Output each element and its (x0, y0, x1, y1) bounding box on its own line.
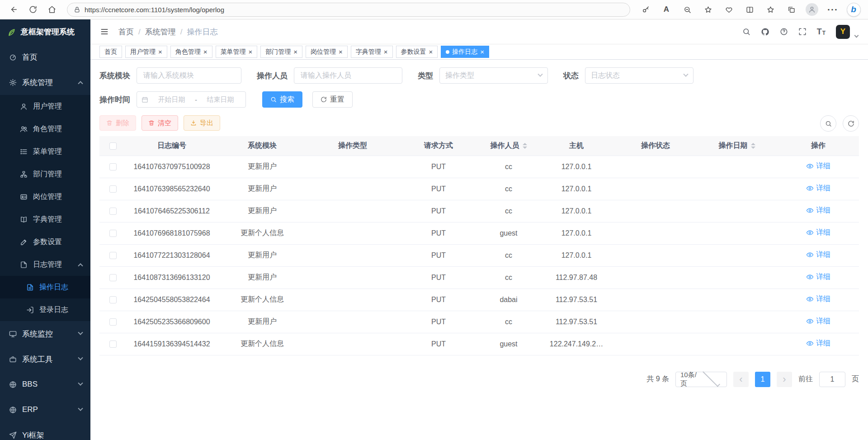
profile-button[interactable] (803, 2, 821, 17)
row-checkbox[interactable] (109, 185, 117, 193)
sort-carets-icon[interactable] (751, 143, 755, 149)
detail-link[interactable]: 详细 (806, 228, 830, 237)
fullscreen-button[interactable] (798, 28, 807, 36)
row-checkbox[interactable] (109, 318, 117, 326)
github-button[interactable] (761, 28, 769, 36)
sidebar-item-menu-mgmt[interactable]: 菜单管理 (0, 140, 90, 163)
row-checkbox[interactable] (109, 230, 117, 237)
detail-link[interactable]: 详细 (806, 184, 830, 193)
export-button[interactable]: 导出 (184, 115, 220, 131)
browser-essentials-button[interactable] (720, 2, 738, 17)
reset-button[interactable]: 重置 (312, 91, 353, 108)
help-button[interactable] (780, 28, 788, 36)
refresh-table-button[interactable] (843, 115, 859, 132)
tab-user-mgmt[interactable]: 用户管理 (125, 46, 167, 58)
collections-button[interactable] (782, 2, 800, 17)
font-size-button[interactable]: TT (817, 28, 826, 36)
page-number-1[interactable]: 1 (755, 372, 770, 387)
close-icon[interactable] (249, 48, 253, 56)
split-screen-button[interactable] (741, 2, 759, 17)
tab-menu-mgmt[interactable]: 菜单管理 (216, 46, 258, 58)
sidebar-item-system-tools[interactable]: 系统工具 (0, 346, 90, 372)
detail-link[interactable]: 详细 (806, 250, 830, 260)
read-aloud-button[interactable] (657, 2, 675, 17)
row-checkbox[interactable] (109, 296, 117, 303)
sidebar-item-log-mgmt[interactable]: 日志管理 (0, 253, 90, 276)
end-date-placeholder[interactable]: 结束日期 (200, 95, 241, 104)
module-input[interactable] (137, 67, 241, 84)
sidebar-item-dict-mgmt[interactable]: 字典管理 (0, 208, 90, 231)
toggle-search-button[interactable] (820, 115, 836, 132)
close-icon[interactable] (384, 48, 388, 56)
status-select[interactable]: 日志状态 (585, 67, 693, 84)
header-search-button[interactable] (742, 28, 750, 36)
col-date[interactable]: 操作日期 (696, 136, 778, 156)
row-checkbox[interactable] (109, 274, 117, 281)
app-logo[interactable]: 意框架管理系统 (0, 19, 90, 44)
goto-page-input[interactable] (819, 372, 845, 387)
address-bar[interactable]: https://ccnetcore.com:1101/system/log/op… (67, 3, 630, 17)
row-checkbox[interactable] (109, 341, 117, 348)
page-size-select[interactable]: 10条/页 (675, 372, 727, 387)
tab-home[interactable]: 首页 (99, 46, 122, 58)
user-avatar[interactable] (836, 25, 850, 39)
favorites-bar-button[interactable] (761, 2, 779, 17)
collapse-sidebar-button[interactable] (98, 25, 111, 38)
more-options-button[interactable] (824, 2, 842, 17)
delete-button[interactable]: 删除 (99, 115, 136, 131)
start-date-placeholder[interactable]: 开始日期 (151, 95, 192, 104)
row-checkbox[interactable] (109, 163, 117, 170)
sidebar-item-yi-frame[interactable]: Yi框架 (0, 422, 90, 440)
sidebar-item-system-monitor[interactable]: 系统监控 (0, 321, 90, 346)
sidebar-item-role-mgmt[interactable]: 角色管理 (0, 118, 90, 140)
favorites-add-button[interactable] (699, 2, 717, 17)
detail-link[interactable]: 详细 (806, 294, 830, 304)
clear-button[interactable]: 清空 (142, 115, 178, 131)
tab-role-mgmt[interactable]: 角色管理 (170, 46, 212, 58)
sort-carets-icon[interactable] (523, 143, 527, 149)
copilot-button[interactable] (844, 2, 863, 17)
breadcrumb-home[interactable]: 首页 (118, 27, 134, 37)
tab-param-settings[interactable]: 参数设置 (396, 46, 438, 58)
search-button[interactable]: 搜索 (262, 91, 302, 108)
sidebar-item-param-settings[interactable]: 参数设置 (0, 231, 90, 253)
sidebar-item-dept-mgmt[interactable]: 部门管理 (0, 163, 90, 185)
sidebar-item-oper-log[interactable]: 操作日志 (0, 276, 90, 298)
tab-post-mgmt[interactable]: 岗位管理 (306, 46, 348, 58)
operator-input[interactable] (294, 67, 402, 84)
close-icon[interactable] (293, 48, 297, 56)
prev-page-button[interactable] (733, 372, 749, 387)
sidebar-item-bbs[interactable]: BBS (0, 372, 90, 397)
detail-link[interactable]: 详细 (806, 161, 830, 171)
detail-link[interactable]: 详细 (806, 317, 830, 326)
detail-link[interactable]: 详细 (806, 339, 830, 348)
close-icon[interactable] (158, 48, 162, 56)
tab-oper-log[interactable]: 操作日志 (441, 46, 489, 58)
browser-home-button[interactable] (43, 2, 61, 17)
row-checkbox[interactable] (109, 252, 117, 259)
tab-dept-mgmt[interactable]: 部门管理 (260, 46, 302, 58)
row-checkbox[interactable] (109, 208, 117, 215)
col-operator[interactable]: 操作人员 (479, 136, 538, 156)
sidebar-item-login-log[interactable]: 登录日志 (0, 298, 90, 321)
back-button[interactable] (5, 2, 23, 17)
close-icon[interactable] (480, 48, 484, 56)
next-page-button[interactable] (777, 372, 792, 387)
close-icon[interactable] (339, 48, 343, 56)
sidebar-item-user-mgmt[interactable]: 用户管理 (0, 95, 90, 118)
chevron-down-icon[interactable] (854, 33, 859, 38)
reload-button[interactable] (24, 2, 42, 17)
type-select[interactable]: 操作类型 (439, 67, 548, 84)
sidebar-item-post-mgmt[interactable]: 岗位管理 (0, 185, 90, 208)
password-key-button[interactable] (637, 2, 655, 17)
close-icon[interactable] (429, 48, 433, 56)
sidebar-item-home[interactable]: 首页 (0, 44, 90, 70)
date-range-picker[interactable]: 开始日期 - 结束日期 (137, 91, 246, 108)
tab-dict-mgmt[interactable]: 字典管理 (351, 46, 393, 58)
select-all-checkbox[interactable] (109, 142, 117, 150)
zoom-button[interactable] (678, 2, 696, 17)
detail-link[interactable]: 详细 (806, 206, 830, 215)
detail-link[interactable]: 详细 (806, 272, 830, 282)
sidebar-item-erp[interactable]: ERP (0, 397, 90, 422)
sidebar-item-system-mgmt[interactable]: 系统管理 (0, 70, 90, 95)
